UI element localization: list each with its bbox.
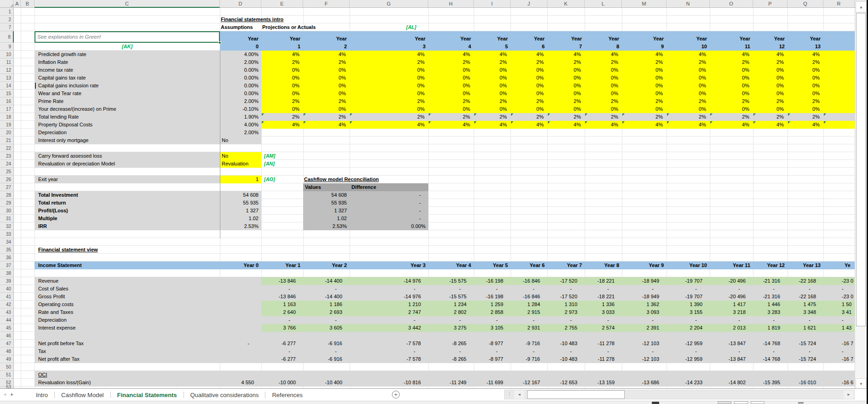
assumption-label-16[interactable]: Prime Rate (34, 97, 220, 105)
cell-J45[interactable]: 2 931 (511, 324, 547, 332)
cell-N49[interactable]: -12 959 (667, 355, 710, 363)
cell-R52[interactable]: -16 6 (823, 379, 855, 387)
cell-J10[interactable]: 4% (511, 51, 547, 58)
row-header-28[interactable]: 28 (0, 191, 14, 199)
cell-Q49[interactable]: -15 724 (788, 355, 823, 363)
scroll-left-button[interactable]: ◄ (514, 390, 524, 399)
cell-J14[interactable]: 0% (511, 82, 547, 90)
cell-R45[interactable]: 1 43 (823, 324, 855, 332)
cell-Q17[interactable]: 0% (788, 105, 823, 113)
column-header-Q[interactable]: Q (788, 0, 823, 8)
cell-H41[interactable]: -15 575 (428, 293, 474, 301)
cell-K48[interactable]: - (547, 347, 585, 355)
column-header-G[interactable]: G (350, 0, 428, 8)
year-number-0[interactable]: 0 (220, 43, 261, 51)
cell-D14[interactable]: 0.00% (220, 82, 261, 90)
row-header-1[interactable]: 1 (0, 8, 14, 16)
cell-Q45[interactable]: 1 621 (788, 324, 823, 332)
cell-Q47[interactable]: -15 724 (788, 340, 823, 347)
cell-Q44[interactable]: - (788, 316, 823, 324)
cell-M42[interactable]: 1 362 (622, 301, 667, 308)
cell-R48[interactable]: - (823, 347, 855, 355)
cell-E13[interactable]: 0% (261, 74, 303, 82)
cell-K11[interactable]: 2% (547, 58, 585, 66)
cell-G42[interactable]: 1 210 (350, 301, 428, 308)
cell-O42[interactable]: 1 417 (710, 301, 753, 308)
is-year-header-10[interactable]: Year 10 (667, 262, 710, 269)
cell-H45[interactable]: 3 275 (428, 324, 474, 332)
sheet-tab-cashflow-model[interactable]: Cashflow Model (55, 389, 110, 401)
cell-Q12[interactable]: 0% (788, 66, 823, 74)
cell-I48[interactable]: - (474, 347, 511, 355)
is-year-header-1[interactable]: Year 1 (261, 262, 303, 269)
cell-Q15[interactable]: 0% (788, 90, 823, 97)
cell-H18[interactable]: 2% (428, 113, 474, 121)
year-number-5[interactable]: 5 (474, 43, 511, 51)
is-year-header-9[interactable]: Year 9 (622, 262, 667, 269)
year-number-9[interactable]: 9 (622, 43, 667, 51)
cell-K42[interactable]: 1 310 (547, 301, 585, 308)
cell-E11[interactable]: 2% (261, 58, 303, 66)
row-header-29[interactable]: 29 (0, 199, 14, 207)
cell-L39[interactable]: -18 221 (585, 277, 622, 285)
cell-G31[interactable]: - (350, 215, 428, 222)
cell-G14[interactable]: 0% (350, 82, 428, 90)
cell-G52[interactable]: -10 816 (350, 379, 428, 387)
cell-I12[interactable]: 0% (474, 66, 511, 74)
is-year-header-8[interactable]: Year 8 (585, 262, 622, 269)
cell-M15[interactable]: 0% (622, 90, 667, 97)
row-header-51[interactable]: 51 (0, 371, 14, 379)
row-header-38[interactable]: 38 (0, 269, 14, 277)
cell-K47[interactable]: -10 483 (547, 340, 585, 347)
cell-G39[interactable]: -14 976 (350, 277, 428, 285)
cell-G16[interactable]: 2% (350, 97, 428, 105)
cell-G47[interactable]: -7 578 (350, 340, 428, 347)
macro-record-icon[interactable] (652, 402, 659, 404)
cell-F19[interactable]: 4% (303, 121, 350, 129)
cell-O43[interactable]: 3 218 (710, 308, 753, 316)
cell-E52[interactable]: -10 000 (261, 379, 303, 387)
is-label-41[interactable]: Gross Profit (34, 293, 220, 301)
cell-Q41[interactable]: -22 168 (788, 293, 823, 301)
column-header-P[interactable]: P (753, 0, 788, 8)
cell-R44[interactable]: - (823, 316, 855, 324)
fill-handle[interactable] (218, 41, 221, 44)
cell-E39[interactable]: -13 846 (261, 277, 303, 285)
cell-O15[interactable]: 0% (710, 90, 753, 97)
cell-Q42[interactable]: 1 475 (788, 301, 823, 308)
cell-M10[interactable]: 4% (622, 51, 667, 58)
year-word-8[interactable]: Year (585, 31, 622, 43)
cell-P12[interactable]: 0% (753, 66, 788, 74)
cell-H12[interactable]: 0% (428, 66, 474, 74)
cell-E10[interactable]: 4% (261, 51, 303, 58)
cell-M52[interactable]: -13 686 (622, 379, 667, 387)
assumptions-label[interactable]: Assumptions (220, 23, 261, 31)
cell-J19[interactable]: 4% (511, 121, 547, 129)
cell-Q11[interactable]: 2% (788, 58, 823, 66)
cell-R47[interactable]: -16 7 (823, 340, 855, 347)
cell-N17[interactable]: 0% (667, 105, 710, 113)
column-header-N[interactable]: N (667, 0, 710, 8)
cell-L10[interactable]: 4% (585, 51, 622, 58)
cell-J49[interactable]: -9 716 (511, 355, 547, 363)
is-year-header-7[interactable]: Year 7 (547, 262, 585, 269)
add-sheet-button[interactable]: + (392, 391, 400, 398)
cell-L16[interactable]: 2% (585, 97, 622, 105)
assumption-label-21[interactable]: Interest only mortgage (34, 137, 220, 144)
cell-F42[interactable]: 1 186 (303, 301, 350, 308)
row-header-20[interactable]: 20 (0, 129, 14, 137)
is-year-header-2[interactable]: Year 2 (303, 262, 350, 269)
cell-M14[interactable]: 0% (622, 82, 667, 90)
cell-F49[interactable]: -6 916 (303, 355, 350, 363)
cell-N18[interactable]: 2% (667, 113, 710, 121)
row-header-32[interactable]: 32 (0, 222, 14, 230)
cell-I49[interactable]: -8 977 (474, 355, 511, 363)
row-header-7[interactable]: 7 (0, 23, 14, 31)
cell-I19[interactable]: 4% (474, 121, 511, 129)
tag-ao[interactable]: [AO] (261, 176, 303, 183)
cell-L49[interactable]: -11 278 (585, 355, 622, 363)
is-label-48[interactable]: Tax (34, 347, 220, 355)
view-normal-button[interactable] (718, 401, 731, 404)
column-header-J[interactable]: J (511, 0, 547, 8)
row-header-21[interactable]: 21 (0, 137, 14, 144)
